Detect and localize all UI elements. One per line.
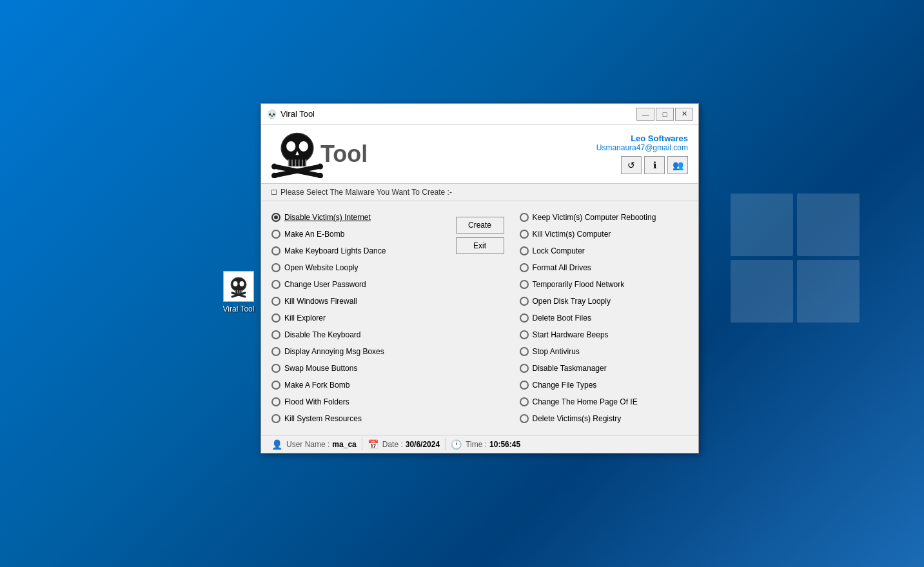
minimize-button[interactable]: —	[636, 108, 654, 121]
option-label-optr3[interactable]: Lock Computer	[533, 246, 585, 255]
users-icon: 👥	[673, 160, 683, 170]
option-row: Delete Boot Files	[520, 310, 689, 326]
radio-optr4[interactable]	[520, 263, 529, 272]
svg-point-10	[281, 134, 313, 163]
options-area: Disable Victim(s) InternetMake An E-Bomb…	[261, 201, 698, 435]
svg-point-2	[240, 281, 244, 286]
option-label-opt2[interactable]: Make An E-Bomb	[284, 230, 344, 239]
company-name: Leo Softwares	[596, 134, 688, 143]
radio-opt11[interactable]	[271, 381, 280, 390]
option-label-opt1[interactable]: Disable Victim(s) Internet	[284, 213, 371, 222]
time-value: 10:56:45	[489, 440, 520, 449]
option-row: Kill Explorer	[271, 310, 440, 326]
radio-opt3[interactable]	[271, 246, 280, 255]
radio-opt9[interactable]	[271, 347, 280, 356]
info-button[interactable]: ℹ	[644, 156, 665, 174]
status-bar: 👤 User Name : ma_ca 📅 Date : 30/6/2024 🕐…	[261, 435, 698, 453]
option-row: Disable The Keyboard	[271, 326, 440, 343]
radio-opt5[interactable]	[271, 280, 280, 289]
radio-optr12[interactable]	[520, 397, 529, 406]
options-right-panel: Keep Victim(s) Computer RebootingKill Vi…	[509, 206, 699, 430]
option-row: Keep Victim(s) Computer Rebooting	[520, 209, 689, 226]
radio-optr2[interactable]	[520, 230, 529, 239]
option-label-opt11[interactable]: Make A Fork Bomb	[284, 381, 349, 390]
option-row: Stop Antivirus	[520, 343, 689, 360]
option-label-opt12[interactable]: Flood With Folders	[284, 397, 349, 406]
user-label: User Name :	[286, 440, 329, 449]
option-row: Disable Victim(s) Internet	[271, 209, 440, 226]
radio-optr10[interactable]	[520, 364, 529, 373]
option-label-optr10[interactable]: Disable Taskmanager	[533, 364, 607, 373]
time-label: Time :	[466, 440, 487, 449]
option-label-optr7[interactable]: Delete Boot Files	[533, 313, 591, 323]
option-label-optr8[interactable]: Start Hardware Beeps	[533, 330, 609, 339]
section-label-text: Please Select The Malware You Want To Cr…	[280, 188, 452, 197]
option-row: Kill System Resources	[271, 410, 440, 427]
option-label-opt4[interactable]: Open Website Looply	[284, 263, 359, 272]
option-row: Start Hardware Beeps	[520, 326, 689, 343]
option-label-optr13[interactable]: Delete Victims(s) Registry	[533, 414, 622, 423]
option-label-optr12[interactable]: Change The Home Page Of IE	[533, 397, 638, 406]
option-label-opt8[interactable]: Disable The Keyboard	[284, 330, 361, 339]
radio-optr6[interactable]	[520, 297, 529, 306]
radio-opt12[interactable]	[271, 397, 280, 406]
radio-optr9[interactable]	[520, 347, 529, 356]
users-button[interactable]: 👥	[667, 156, 688, 174]
svg-point-1	[233, 281, 238, 286]
close-button[interactable]: ✕	[675, 108, 693, 121]
option-label-optr4[interactable]: Format All Drives	[533, 263, 591, 272]
date-value: 30/6/2024	[406, 440, 440, 449]
date-label: Date :	[382, 440, 403, 449]
option-label-optr1[interactable]: Keep Victim(s) Computer Rebooting	[533, 213, 656, 222]
radio-optr13[interactable]	[520, 414, 529, 423]
option-label-opt6[interactable]: Kill Windows Firewall	[284, 297, 357, 306]
radio-optr8[interactable]	[520, 330, 529, 339]
skull-icon	[271, 130, 323, 178]
refresh-button[interactable]: ↺	[621, 156, 642, 174]
option-label-opt7[interactable]: Kill Explorer	[284, 313, 326, 323]
radio-optr5[interactable]	[520, 280, 529, 289]
radio-optr3[interactable]	[520, 246, 529, 255]
section-label: Please Select The Malware You Want To Cr…	[261, 184, 698, 201]
option-label-optr11[interactable]: Change File Types	[533, 381, 597, 390]
user-value: ma_ca	[332, 440, 356, 449]
option-label-optr6[interactable]: Open Disk Tray Looply	[533, 297, 611, 306]
option-label-opt3[interactable]: Make Keyboard Lights Dance	[284, 246, 386, 255]
radio-opt13[interactable]	[271, 414, 280, 423]
create-button[interactable]: Create	[456, 217, 504, 234]
radio-opt7[interactable]	[271, 313, 280, 323]
radio-opt2[interactable]	[271, 230, 280, 239]
option-row: Display Annoying Msg Boxes	[271, 343, 440, 360]
option-label-opt9[interactable]: Display Annoying Msg Boxes	[284, 347, 384, 356]
option-label-optr2[interactable]: Kill Victim(s) Computer	[533, 230, 611, 239]
svg-point-0	[231, 277, 246, 292]
option-row: Make An E-Bomb	[271, 226, 440, 243]
maximize-button[interactable]: □	[656, 108, 674, 121]
option-row: Make Keyboard Lights Dance	[271, 243, 440, 259]
viral-tool-window: 💀 Viral Tool — □ ✕	[260, 103, 699, 453]
header-area: Tool Leo Softwares Usmanaura47@gmail.com…	[261, 124, 698, 184]
radio-opt8[interactable]	[271, 330, 280, 339]
option-label-optr5[interactable]: Temporarily Flood Network	[533, 280, 625, 289]
radio-optr11[interactable]	[520, 381, 529, 390]
option-label-optr9[interactable]: Stop Antivirus	[533, 347, 580, 356]
status-date-section: 📅 Date : 30/6/2024	[362, 438, 446, 450]
option-label-opt10[interactable]: Swap Mouse Buttons	[284, 364, 357, 373]
radio-optr1[interactable]	[520, 213, 529, 222]
svg-rect-3	[235, 290, 242, 293]
header-right: Leo Softwares Usmanaura47@gmail.com ↺ ℹ …	[596, 134, 688, 174]
option-label-opt5[interactable]: Change User Password	[284, 280, 366, 289]
exit-button[interactable]: Exit	[456, 237, 504, 254]
radio-opt4[interactable]	[271, 263, 280, 272]
radio-optr7[interactable]	[520, 313, 529, 323]
options-left-panel: Disable Victim(s) InternetMake An E-Bomb…	[261, 206, 451, 430]
option-row: Kill Victim(s) Computer	[520, 226, 689, 243]
radio-opt10[interactable]	[271, 364, 280, 373]
desktop-icon-viral-tool[interactable]: Viral Tool	[213, 271, 264, 313]
radio-opt1[interactable]	[271, 213, 280, 222]
radio-opt6[interactable]	[271, 297, 280, 306]
svg-point-12	[299, 141, 308, 152]
desktop-icon-label: Viral Tool	[223, 304, 255, 313]
user-icon: 👤	[271, 439, 282, 450]
option-label-opt13[interactable]: Kill System Resources	[284, 414, 362, 423]
